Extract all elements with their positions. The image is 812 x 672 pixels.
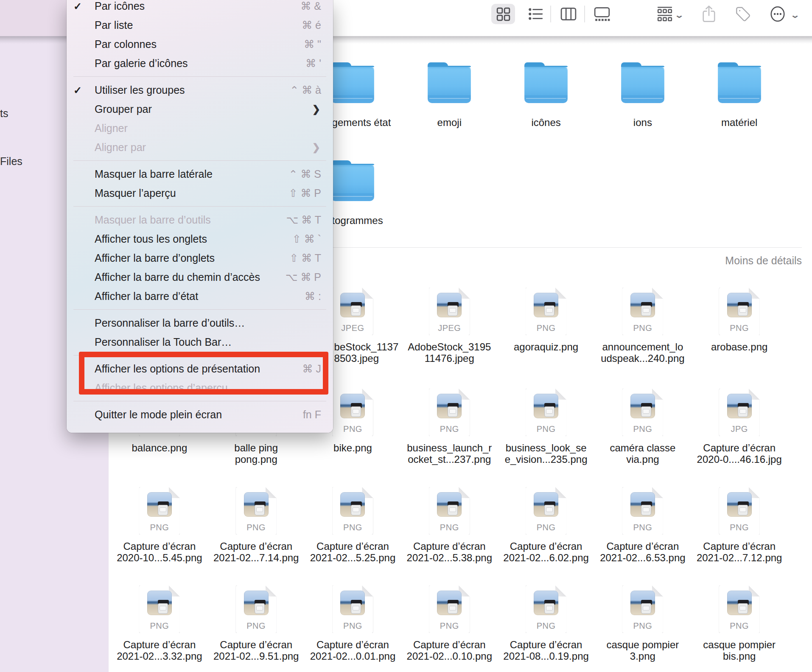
image-file-icon: PNG (622, 389, 663, 436)
image-file-icon: PNG (236, 487, 277, 535)
menu-item-label: Par liste (95, 19, 302, 31)
folder-item[interactable]: ions (594, 62, 691, 128)
file-item[interactable]: PNGCapture d’écran2021-02...6.53.png (594, 487, 691, 563)
menu-item-label: Afficher la barre du chemin d’accès (95, 271, 286, 283)
column-view-icon (560, 7, 577, 21)
list-view-button[interactable] (525, 4, 546, 24)
gallery-view-button[interactable] (591, 4, 613, 24)
share-button[interactable] (698, 4, 720, 24)
file-item[interactable]: JPGCapture d’écran2020-0....46.16.jpg (691, 389, 788, 465)
file-item[interactable]: PNGCapture d’écran2021-02...3.32.png (111, 585, 208, 662)
folder-item[interactable]: matériel (691, 62, 788, 128)
menu-item[interactable]: Afficher la barre d’onglets⇧ ⌘ T (67, 249, 333, 268)
menu-item[interactable]: Afficher la barre d’état⌘ : (67, 287, 333, 306)
file-item[interactable]: JPEGAdobeStock_319511476.jpeg (401, 288, 498, 364)
menu-item-shortcut: ⌘ " (304, 38, 333, 50)
image-file-icon: PNG (526, 487, 566, 535)
menu-item[interactable]: ✓Utiliser les groupes⌃ ⌘ à (67, 81, 333, 100)
file-item[interactable]: PNGCapture d’écran2021-02...5.25.png (305, 487, 401, 563)
menu-item[interactable]: Masquer l’aperçu⇧ ⌘ P (67, 184, 333, 203)
file-item[interactable]: PNGcasque pompierbis.png (691, 585, 788, 662)
file-item[interactable]: PNGbusiness_look_see_vision...235.png (498, 389, 594, 465)
image-file-icon: PNG (236, 585, 277, 633)
file-item[interactable]: PNGagoraquiz.png (498, 288, 594, 364)
sidebar-item-fragment[interactable]: Files (0, 155, 22, 168)
file-item[interactable]: PNGCapture d’écran2021-02...7.12.png (691, 487, 788, 563)
file-label: AdobeStock_319511476.jpeg (401, 341, 498, 364)
menu-item-shortcut: ⌥ ⌘ P (286, 271, 333, 283)
folder-icon (521, 62, 571, 103)
menu-item[interactable]: Aligner par❯ (67, 138, 333, 157)
gallery-view-icon (594, 6, 610, 22)
image-thumbnail (727, 591, 752, 615)
file-item[interactable]: PNGCapture d’écran2021-08...0.19.png (498, 585, 594, 662)
file-item[interactable]: PNGCapture d’écran2021-02...0.10.png (401, 585, 498, 662)
file-item[interactable]: PNGannouncement_loudspeak...240.png (594, 288, 691, 364)
file-type-badge: PNG (526, 323, 566, 333)
image-thumbnail (534, 293, 558, 317)
file-label: Capture d’écran2020-0....46.16.jpg (691, 442, 788, 465)
checkmark-icon: ✓ (67, 84, 95, 96)
more-options-button[interactable] (767, 4, 788, 24)
menu-item[interactable]: Afficher tous les onglets⇧ ⌘ ` (67, 230, 333, 249)
sidebar-item-fragment[interactable]: ts (0, 107, 8, 120)
image-thumbnail (630, 591, 655, 615)
folder-item[interactable]: icônes (498, 62, 594, 128)
menu-item[interactable]: Par galerie d’icônes⌘ ' (67, 54, 333, 73)
image-thumbnail (340, 293, 365, 317)
image-file-icon: JPEG (332, 288, 373, 335)
menu-item[interactable]: Afficher la barre du chemin d’accès⌥ ⌘ P (67, 268, 333, 287)
submenu-chevron-icon: ❯ (312, 104, 333, 115)
column-view-button[interactable] (557, 4, 580, 24)
menu-item[interactable]: Personnaliser la Touch Bar… (67, 333, 333, 352)
file-item[interactable]: PNGCapture d’écran2021-02...0.01.png (305, 585, 401, 662)
ellipsis-circle-icon (769, 6, 786, 22)
files-row: PNGCapture d’écran2021-02...3.32.pngPNGC… (111, 585, 788, 662)
file-item[interactable]: PNGarobase.png (691, 288, 788, 364)
folder-label: matériel (691, 117, 788, 128)
image-thumbnail (630, 293, 655, 317)
image-file-icon: PNG (332, 487, 373, 535)
file-type-badge: PNG (719, 621, 760, 631)
menu-item[interactable]: Aligner (67, 119, 333, 138)
chevron-down-icon: ⌄ (790, 10, 800, 20)
file-type-badge: JPEG (429, 323, 470, 333)
menu-item[interactable]: Masquer la barre d’outils⌥ ⌘ T (67, 210, 333, 230)
file-item[interactable]: PNGCapture d’écran2021-02...9.51.png (208, 585, 305, 662)
group-by-button[interactable] (654, 4, 675, 24)
file-item[interactable]: PNGbusiness_launch_rocket_st...237.png (401, 389, 498, 465)
file-item[interactable]: PNGCapture d’écran2021-02...5.38.png (401, 487, 498, 563)
file-item[interactable]: PNGCapture d’écran2020-10...5.45.png (111, 487, 208, 563)
menu-item[interactable]: Par colonnes⌘ " (67, 35, 333, 54)
file-label: Capture d’écran2021-02...0.10.png (401, 639, 498, 662)
file-type-badge: PNG (236, 523, 277, 532)
list-view-icon (528, 7, 543, 21)
menu-item[interactable]: Masquer la barre latérale⌃ ⌘ S (67, 165, 333, 184)
file-type-badge: PNG (332, 523, 373, 532)
menu-item[interactable]: Quitter le mode plein écranfn F (67, 405, 333, 424)
file-item[interactable]: PNGcasque pompier3.png (594, 585, 691, 662)
less-details-button[interactable]: Moins de détails (725, 255, 802, 267)
tag-button[interactable] (732, 4, 753, 24)
image-file-icon: PNG (332, 585, 373, 633)
menu-separator (73, 309, 326, 310)
file-label: bike.png (305, 442, 401, 454)
image-file-icon: PNG (429, 487, 470, 535)
menu-item[interactable]: Personnaliser la barre d’outils… (67, 314, 333, 333)
file-item[interactable]: PNGcaméra classevia.png (594, 389, 691, 465)
menu-item-label: Aligner (95, 122, 333, 134)
file-label: casque pompier3.png (594, 639, 691, 662)
menu-item[interactable]: Grouper par❯ (67, 100, 333, 119)
menu-item[interactable]: ✓Par icônes⌘ & (67, 0, 333, 16)
share-icon (701, 5, 717, 23)
file-item[interactable]: PNGCapture d’écran2021-02...6.02.png (498, 487, 594, 563)
file-label: Capture d’écran2021-02...6.53.png (594, 540, 691, 563)
file-type-badge: PNG (526, 621, 566, 631)
folder-icon (328, 160, 377, 201)
icon-view-button[interactable] (491, 4, 515, 24)
menu-item[interactable]: Par liste⌘ é (67, 16, 333, 35)
image-thumbnail (727, 394, 752, 418)
menu-separator (73, 76, 326, 77)
file-item[interactable]: PNGCapture d’écran2021-02...7.14.png (208, 487, 305, 563)
folder-item[interactable]: emoji (401, 62, 498, 128)
